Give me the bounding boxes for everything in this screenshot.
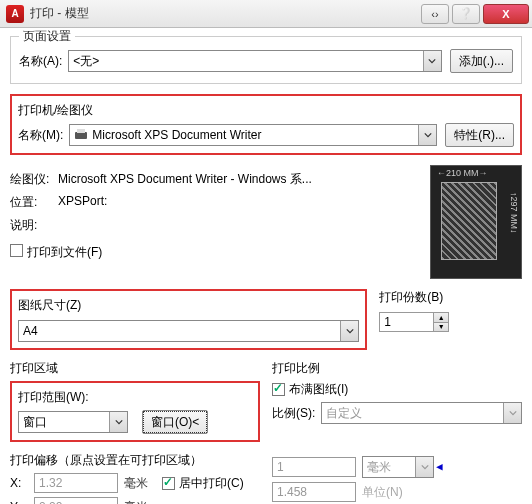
- paper-width-label: ←210 MM→: [437, 168, 488, 178]
- printer-highlight-box: 打印机/绘图仪 名称(M): Microsoft XPS Document Wr…: [10, 94, 522, 155]
- chevron-down-icon: [415, 457, 433, 477]
- scale-num2-input[interactable]: 1.458: [272, 482, 356, 502]
- printer-icon: [74, 129, 88, 141]
- offset-y-input[interactable]: 0.00: [34, 497, 118, 504]
- titlebar: A 打印 - 模型 ‹› ❔ X: [0, 0, 532, 28]
- description-value: [58, 217, 422, 234]
- paper-size-value: A4: [23, 324, 38, 338]
- learn-button[interactable]: ‹›: [421, 4, 449, 24]
- print-to-file-checkbox[interactable]: [10, 244, 23, 257]
- chevron-down-icon: [503, 403, 521, 423]
- chevron-down-icon: [418, 125, 436, 145]
- spin-up-icon[interactable]: ▲: [433, 313, 448, 323]
- scale-ratio-value: 自定义: [326, 405, 362, 422]
- close-button[interactable]: X: [483, 4, 529, 24]
- offset-x-unit: 毫米: [124, 475, 148, 492]
- printer-title: 打印机/绘图仪: [18, 102, 93, 119]
- name-label: 名称(A):: [19, 53, 62, 70]
- offset-title: 打印偏移（原点设置在可打印区域）: [10, 452, 260, 469]
- copies-value: 1: [384, 315, 391, 329]
- app-icon: A: [6, 5, 24, 23]
- print-area-title: 打印区域: [10, 360, 260, 377]
- printer-props-button[interactable]: 特性(R)...: [445, 123, 514, 147]
- print-range-label: 打印范围(W):: [18, 389, 252, 406]
- spin-down-icon[interactable]: ▼: [433, 323, 448, 332]
- fit-to-paper-label: 布满图纸(I): [289, 381, 348, 398]
- help-icon[interactable]: ❔: [452, 4, 480, 24]
- print-range-highlight: 打印范围(W): 窗口 窗口(O)<: [10, 381, 260, 442]
- copies-input[interactable]: 1 ▲▼: [379, 312, 449, 332]
- offset-y-label: Y:: [10, 500, 28, 504]
- paper-size-highlight: 图纸尺寸(Z) A4: [10, 289, 367, 350]
- print-to-file-label: 打印到文件(F): [27, 244, 102, 261]
- page-setup-group: 页面设置 名称(A): <无> 添加(.)...: [10, 36, 522, 84]
- chevron-down-icon: [423, 51, 441, 71]
- paper-preview: ←210 MM→ ↑297 MM↓: [430, 165, 522, 279]
- center-print-label: 居中打印(C): [179, 475, 244, 492]
- offset-x-label: X:: [10, 476, 28, 490]
- paper-size-title: 图纸尺寸(Z): [18, 297, 359, 314]
- description-label: 说明:: [10, 217, 58, 234]
- page-setup-name-value: <无>: [73, 53, 99, 70]
- scale-ratio-select[interactable]: 自定义: [321, 402, 522, 424]
- location-label: 位置:: [10, 194, 58, 211]
- offset-x-input[interactable]: 1.32: [34, 473, 118, 493]
- equals-icon: ▾: [433, 464, 448, 471]
- scale-num1-input[interactable]: 1: [272, 457, 356, 477]
- print-range-value: 窗口: [23, 414, 47, 431]
- window-title: 打印 - 模型: [30, 5, 89, 22]
- window-pick-button[interactable]: 窗口(O)<: [142, 410, 208, 434]
- location-value: XPSPort:: [58, 194, 422, 211]
- center-print-checkbox[interactable]: [162, 477, 175, 490]
- offset-y-unit: 毫米: [124, 499, 148, 505]
- scale-unit1-select[interactable]: 毫米: [362, 456, 434, 478]
- printer-name-label: 名称(M):: [18, 127, 63, 144]
- chevron-down-icon: [340, 321, 358, 341]
- scale-ratio-label: 比例(S):: [272, 405, 315, 422]
- paper-size-select[interactable]: A4: [18, 320, 359, 342]
- scale-title: 打印比例: [272, 360, 522, 377]
- fit-to-paper-checkbox[interactable]: [272, 383, 285, 396]
- plotter-label: 绘图仪:: [10, 171, 58, 188]
- plotter-value: Microsoft XPS Document Writer - Windows …: [58, 171, 422, 188]
- chevron-down-icon: [109, 412, 127, 432]
- printer-name-select[interactable]: Microsoft XPS Document Writer: [69, 124, 437, 146]
- page-setup-title: 页面设置: [19, 28, 75, 45]
- paper-height-label: ↑297 MM↓: [509, 192, 519, 234]
- add-button[interactable]: 添加(.)...: [450, 49, 513, 73]
- page-setup-name-select[interactable]: <无>: [68, 50, 441, 72]
- copies-title: 打印份数(B): [379, 289, 522, 306]
- print-range-select[interactable]: 窗口: [18, 411, 128, 433]
- printer-name-value: Microsoft XPS Document Writer: [92, 128, 261, 142]
- scale-unit2-label: 单位(N): [362, 484, 403, 501]
